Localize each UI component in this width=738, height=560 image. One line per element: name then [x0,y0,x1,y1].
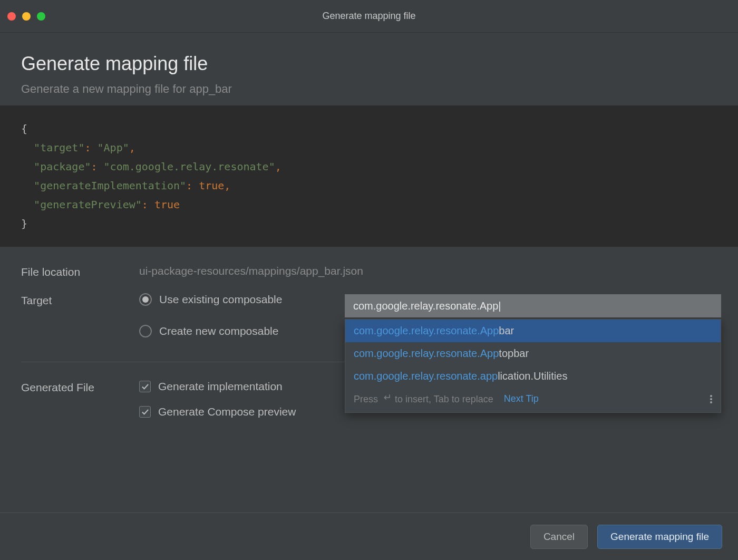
generate-mapping-file-button[interactable]: Generate mapping file [597,525,722,549]
minimize-icon[interactable] [22,12,31,21]
checkbox-generate-preview[interactable]: Generate Compose preview [139,405,296,418]
radio-use-existing[interactable]: Use existing composable [139,293,282,306]
page-title: Generate mapping file [21,53,717,75]
code-val-package: "com.google.relay.resonate" [104,160,275,173]
cancel-button[interactable]: Cancel [530,525,588,549]
code-key-genprev: "generatePreview" [34,198,142,211]
close-icon[interactable] [7,12,16,21]
generated-file-label: Generated File [21,380,139,394]
autocomplete-item[interactable]: com.google.relay.resonate.Appbar [345,320,721,342]
dialog-window: Generate mapping file Generate mapping f… [0,0,738,560]
autocomplete-item-match: com.google.relay.resonate.app [354,370,498,382]
checkbox-icon [139,381,151,392]
code-val-genprev: true [154,198,180,211]
target-label: Target [21,293,139,307]
traffic-lights [7,12,45,21]
code-val-target: "App" [98,141,129,154]
row-file-location: File location ui-package-resources/mappi… [21,265,717,278]
kebab-menu-icon[interactable] [710,395,712,403]
file-location-value: ui-package-resources/mappings/app_bar.js… [139,265,363,277]
autocomplete-item-match: com.google.relay.resonate.App [354,325,499,336]
radio-icon [139,325,152,337]
dialog-footer: Cancel Generate mapping file [0,513,738,560]
code-key-genimpl: "generateImplementation" [34,179,186,192]
code-key-target: "target" [34,141,84,154]
autocomplete-item-match: com.google.relay.resonate.App [354,347,499,359]
autocomplete-popup: com.google.relay.resonate.Appbar com.goo… [345,319,721,413]
code-key-package: "package" [34,160,91,173]
autocomplete-hint-a: Press [354,394,381,404]
radio-create-new[interactable]: Create new composable [139,325,282,337]
autocomplete-item-rest: lication.Utilities [498,370,567,382]
autocomplete-item[interactable]: com.google.relay.resonate.application.Ut… [345,365,721,388]
target-radio-group: Use existing composable Create new compo… [139,293,282,337]
autocomplete-item-rest: topbar [499,347,529,359]
window-title: Generate mapping file [322,11,415,22]
json-preview: { "target": "App", "package": "com.googl… [0,105,738,247]
target-input-area: com.google.relay.resonate.Appbar com.goo… [345,294,721,413]
radio-create-new-label: Create new composable [159,325,278,337]
autocomplete-item-rest: bar [499,325,514,336]
checkbox-generate-implementation-label: Generate implementation [158,380,283,393]
checkbox-generate-preview-label: Generate Compose preview [158,405,296,418]
next-tip-link[interactable]: Next Tip [504,393,539,404]
checkbox-generate-implementation[interactable]: Generate implementation [139,380,296,393]
page-subtitle: Generate a new mapping file for app_bar [21,82,717,96]
autocomplete-item[interactable]: com.google.relay.resonate.Apptopbar [345,342,721,365]
radio-use-existing-label: Use existing composable [159,293,282,306]
maximize-icon[interactable] [37,12,45,21]
dialog-header: Generate mapping file Generate a new map… [0,33,738,105]
form-area: File location ui-package-resources/mappi… [0,247,738,513]
radio-icon [139,293,152,306]
checkbox-icon [139,406,151,418]
title-bar: Generate mapping file [0,0,738,33]
target-input[interactable] [345,294,721,317]
dialog-content: Generate mapping file Generate a new map… [0,33,738,560]
file-location-label: File location [21,265,139,278]
autocomplete-hint-b: to insert, Tab to replace [395,394,493,404]
autocomplete-footer: Press to insert, Tab to replace Next Tip [345,388,721,412]
code-val-genimpl: true [199,179,224,192]
generated-file-checkbox-group: Generate implementation Generate Compose… [139,380,296,418]
return-key-icon [382,393,391,402]
